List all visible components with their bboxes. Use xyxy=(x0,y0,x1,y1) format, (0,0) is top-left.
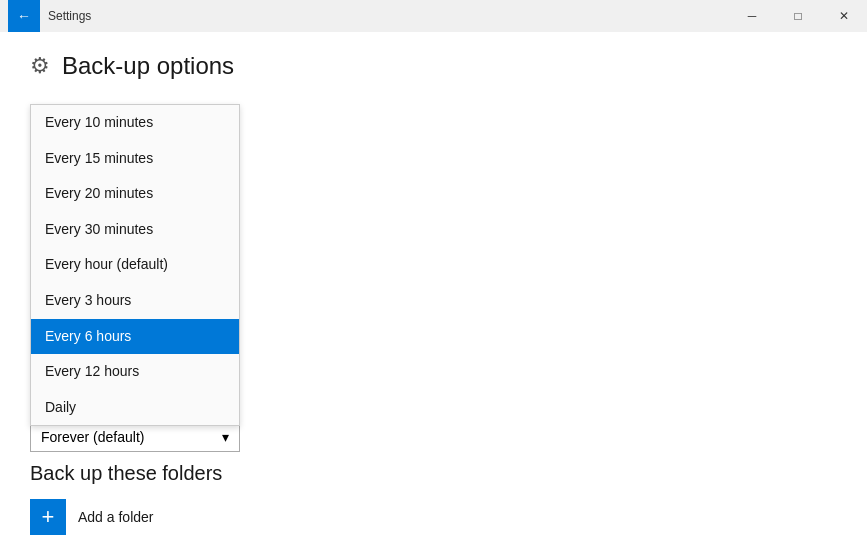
backup-folders-section: Back up these folders + Add a folder xyxy=(30,462,222,535)
dropdown-item-3hours[interactable]: Every 3 hours xyxy=(31,283,239,319)
dropdown-list: Every 10 minutes Every 15 minutes Every … xyxy=(30,104,240,426)
plus-icon: + xyxy=(42,504,55,530)
add-folder-button[interactable]: + xyxy=(30,499,66,535)
add-folder-row: + Add a folder xyxy=(30,499,222,535)
dropdown-item-daily[interactable]: Daily xyxy=(31,390,239,426)
dropdown-item-20min[interactable]: Every 20 minutes xyxy=(31,176,239,212)
back-button[interactable]: ← xyxy=(8,0,40,32)
backup-folders-title: Back up these folders xyxy=(30,462,222,485)
maximize-button[interactable]: □ xyxy=(775,0,821,32)
page-title: Back-up options xyxy=(62,52,234,80)
page-header: ⚙ Back-up options xyxy=(30,52,837,80)
gear-icon: ⚙ xyxy=(30,53,50,79)
retention-dropdown[interactable]: Forever (default) ▾ xyxy=(30,422,240,452)
page-content: ⚙ Back-up options Every 10 minutes Every… xyxy=(0,32,867,124)
dropdown-item-10min[interactable]: Every 10 minutes xyxy=(31,105,239,141)
retention-chevron: ▾ xyxy=(222,429,229,445)
add-folder-label: Add a folder xyxy=(78,509,154,525)
dropdown-item-15min[interactable]: Every 15 minutes xyxy=(31,141,239,177)
dropdown-item-30min[interactable]: Every 30 minutes xyxy=(31,212,239,248)
dropdown-item-12hours[interactable]: Every 12 hours xyxy=(31,354,239,390)
close-button[interactable]: ✕ xyxy=(821,0,867,32)
title-bar: ← Settings ─ □ ✕ xyxy=(0,0,867,32)
retention-dropdown-container: Forever (default) ▾ xyxy=(30,422,240,452)
retention-value: Forever (default) xyxy=(41,429,144,445)
minimize-button[interactable]: ─ xyxy=(729,0,775,32)
dropdown-item-6hours[interactable]: Every 6 hours xyxy=(31,319,239,355)
window-controls: ─ □ ✕ xyxy=(729,0,867,32)
dropdown-item-hour[interactable]: Every hour (default) xyxy=(31,247,239,283)
back-icon: ← xyxy=(17,8,31,24)
